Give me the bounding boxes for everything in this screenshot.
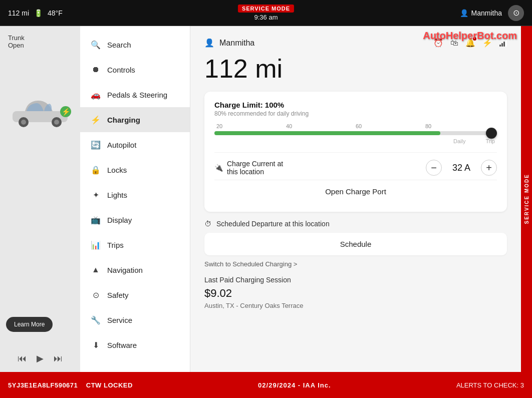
sidebar-item-controls[interactable]: ⏺ Controls [80, 57, 190, 82]
sidebar-item-autopilot[interactable]: 🔄 Autopilot [80, 132, 190, 157]
tick-20: 20 [216, 123, 222, 129]
charge-recommended-text: 80% recommended for daily driving [214, 110, 497, 117]
charge-current-text: Charge Current atthis location [227, 160, 283, 176]
status-bar-left: 112 mi 🔋 48°F [8, 9, 63, 17]
navigation-icon: ▲ [90, 264, 101, 275]
charge-limit-label: Charge Limit: 100% [214, 101, 497, 109]
sidebar-item-service[interactable]: 🔧 Service [80, 307, 190, 332]
next-track-button[interactable]: ⏭ [54, 353, 63, 364]
clock-icon: ⏱ [204, 220, 211, 228]
service-mode-strip: SERVICE MODE [521, 26, 532, 372]
charging-icon: ⚡ [90, 114, 101, 125]
sidebar-nav: 🔍 Search ⏺ Controls 🚗 Pedals & Steering … [80, 26, 190, 372]
lightning-badge: ⚡ [60, 106, 71, 117]
camera-icon[interactable]: ⊙ [508, 5, 524, 21]
charge-current-value: 32 A [449, 163, 474, 173]
mileage-display: 112 mi [8, 9, 29, 17]
vin-status: 5YJ3E1EA8LF590671 CTW LOCKED [8, 381, 133, 389]
sidebar-label-safety: Safety [107, 291, 129, 299]
charge-tick-labels: 20 40 60 80 [214, 123, 497, 129]
sidebar-item-trips[interactable]: 📊 Trips [80, 232, 190, 257]
sidebar-label-display: Display [107, 216, 132, 224]
sidebar-label-software: Software [107, 341, 137, 349]
trunk-label-text: Trunk [8, 34, 76, 42]
sidebar-label-pedals: Pedals & Steering [107, 91, 167, 99]
trips-icon: 📊 [90, 239, 101, 250]
user-icon: 👤 [460, 9, 468, 17]
status-bar: 112 mi 🔋 48°F SERVICE MODE 9:36 am 👤 Man… [0, 0, 532, 26]
sidebar-item-locks[interactable]: 🔒 Locks [80, 157, 190, 182]
media-controls: ⏮ ▶ ⏭ [0, 353, 80, 364]
sidebar-label-search: Search [107, 41, 131, 49]
user-avatar-icon: 👤 [204, 38, 214, 48]
main-layout: Trunk Open ⚡ Learn More ⏮ [0, 26, 521, 372]
charge-current-row: 🔌 Charge Current atthis location − 32 A … [214, 152, 497, 176]
charge-current-label: 🔌 Charge Current atthis location [214, 160, 283, 176]
charge-plug-icon: 🔌 [214, 164, 223, 172]
charge-track[interactable] [214, 131, 497, 135]
last-session-amount: $9.02 [204, 287, 507, 300]
sidebar-item-navigation[interactable]: ▲ Navigation [80, 257, 190, 282]
sidebar-item-lights[interactable]: ✦ Lights [80, 182, 190, 207]
decrease-charge-button[interactable]: − [426, 160, 442, 176]
trip-marker: Trip [485, 138, 495, 144]
play-pause-button[interactable]: ▶ [37, 353, 44, 364]
temperature-display: 48°F [48, 9, 63, 17]
autopilot-icon: 🔄 [90, 139, 101, 150]
charge-slider-container: 20 40 60 80 Daily Trip [214, 123, 497, 144]
sidebar-item-display[interactable]: 📺 Display [80, 207, 190, 232]
sidebar-item-charging[interactable]: ⚡ Charging [80, 107, 190, 132]
sidebar-label-locks: Locks [107, 166, 127, 174]
sidebar-label-trips: Trips [107, 241, 124, 249]
battery-icon: 🔋 [34, 9, 43, 17]
user-name-area: 👤 Manmitha [204, 38, 254, 48]
controls-icon: ⏺ [90, 64, 101, 75]
sidebar-item-pedals[interactable]: 🚗 Pedals & Steering [80, 82, 190, 107]
user-area[interactable]: 👤 Manmitha [460, 9, 502, 17]
sidebar-item-safety[interactable]: ⊙ Safety [80, 282, 190, 307]
last-session-title: Last Paid Charging Session [204, 276, 507, 284]
sidebar-item-search[interactable]: 🔍 Search [80, 32, 190, 57]
sidebar-label-controls: Controls [107, 66, 135, 74]
service-icon: 🔧 [90, 314, 101, 325]
increase-charge-button[interactable]: + [481, 160, 497, 176]
charge-thumb[interactable] [486, 128, 497, 139]
car-panel: Trunk Open ⚡ Learn More ⏮ [0, 26, 80, 372]
charge-marker-spacer [216, 138, 453, 144]
vin-number: 5YJ3E1EA8LF590671 [8, 381, 78, 389]
software-icon: ⬇ [90, 339, 101, 350]
bottom-bar: 5YJ3E1EA8LF590671 CTW LOCKED 02/29/2024 … [0, 372, 532, 398]
locks-icon: 🔒 [90, 164, 101, 175]
scheduled-departure-label: Scheduled Departure at this location [216, 220, 330, 228]
last-session-section: Last Paid Charging Session $9.02 Austin,… [204, 276, 507, 309]
mileage-value: 112 mi [204, 54, 507, 84]
schedule-button[interactable]: Schedule [204, 233, 507, 255]
pedals-icon: 🚗 [90, 89, 101, 100]
tick-40: 40 [286, 123, 292, 129]
switch-charging-link[interactable]: Switch to Scheduled Charging > [204, 260, 507, 268]
trunk-status-text: Open [8, 42, 76, 49]
svg-point-2 [21, 120, 26, 125]
safety-icon: ⊙ [90, 289, 101, 300]
status-bar-time: 9:36 am [254, 14, 278, 21]
sidebar-label-navigation: Navigation [107, 266, 143, 274]
status-bar-center: SERVICE MODE 9:36 am [238, 5, 294, 21]
watermark-text: AutoHelperBot.com [423, 30, 517, 41]
date-info: 02/29/2024 - IAA Inc. [258, 381, 331, 389]
open-charge-port-button[interactable]: Open Charge Port [214, 180, 497, 203]
user-name: Manmitha [471, 9, 502, 17]
tick-60: 60 [356, 123, 362, 129]
sidebar-label-lights: Lights [107, 191, 127, 199]
charge-current-control: − 32 A + [426, 160, 497, 176]
daily-marker: Daily [453, 138, 465, 144]
ctw-status: CTW LOCKED [86, 381, 133, 389]
svg-point-4 [54, 120, 59, 125]
previous-track-button[interactable]: ⏮ [18, 353, 27, 364]
status-bar-right: 👤 Manmitha ⊙ [460, 5, 524, 21]
learn-more-button[interactable]: Learn More [6, 317, 53, 332]
content-area: 👤 Manmitha ⏰ 🛍 🔔 ⚡ [190, 26, 521, 372]
sidebar-item-software[interactable]: ⬇ Software [80, 332, 190, 357]
display-icon: 📺 [90, 214, 101, 225]
alerts-info: ALERTS TO CHECK: 3 [456, 381, 524, 389]
sidebar-label-autopilot: Autopilot [107, 141, 136, 149]
